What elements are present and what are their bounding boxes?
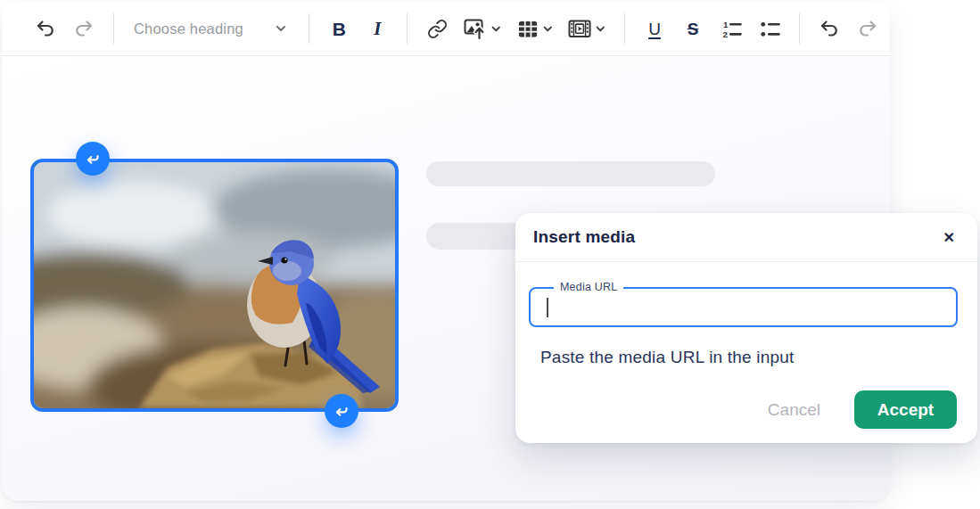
dialog-header: Insert media ✕ [515, 213, 977, 262]
chevron-down-icon [542, 23, 554, 35]
underline-icon: U [648, 21, 661, 37]
dialog-title: Insert media [533, 227, 635, 247]
bulleted-list-button[interactable] [756, 12, 783, 45]
insert-paragraph-before-handle[interactable] [76, 142, 110, 176]
toolbar-divider [309, 13, 309, 44]
numbered-list-icon: 12 [721, 18, 743, 40]
media-url-field: Media URL [529, 287, 958, 327]
toolbar-divider [407, 13, 408, 44]
toolbar-divider [799, 13, 800, 44]
cancel-button[interactable]: Cancel [768, 400, 820, 420]
bold-button[interactable]: B [325, 12, 352, 45]
return-arrow-icon [83, 149, 103, 168]
undo-button[interactable] [32, 12, 59, 45]
chevron-down-icon [275, 22, 287, 35]
svg-text:1: 1 [722, 19, 728, 29]
accept-button[interactable]: Accept [854, 390, 957, 429]
redo-button[interactable] [70, 12, 97, 45]
toolbar-divider [624, 13, 625, 44]
insert-table-icon [517, 18, 539, 40]
undo-icon [35, 18, 56, 39]
insert-media-dialog: Insert media ✕ Media URL Paste the media… [515, 213, 977, 443]
insert-image-icon [464, 17, 487, 41]
strikethrough-button[interactable]: S [679, 12, 706, 45]
placeholder-text-bar [426, 161, 715, 186]
bluebird-photo [34, 162, 395, 408]
chevron-down-icon [490, 23, 502, 35]
chevron-down-icon [595, 23, 606, 35]
insert-paragraph-after-handle[interactable] [325, 394, 358, 428]
media-url-input[interactable] [531, 289, 956, 325]
undo-icon [819, 18, 840, 39]
editor-toolbar: Choose heading B I [2, 2, 890, 56]
redo-icon [857, 18, 878, 39]
heading-dropdown-value: Choose heading [134, 21, 243, 37]
link-icon [427, 19, 448, 39]
numbered-list-button[interactable]: 12 [718, 12, 745, 45]
close-button[interactable]: ✕ [940, 226, 959, 250]
close-icon: ✕ [943, 230, 955, 245]
insert-media-button[interactable] [566, 12, 608, 45]
dialog-actions: Cancel Accept [768, 390, 957, 429]
link-button[interactable] [424, 12, 450, 45]
dialog-helper-text: Paste the media URL in the input [540, 348, 795, 367]
heading-dropdown[interactable]: Choose heading [130, 12, 292, 45]
italic-icon: I [374, 20, 381, 38]
redo-button-secondary[interactable] [854, 12, 881, 45]
bold-icon: B [333, 20, 346, 38]
toolbar-divider [113, 13, 114, 44]
undo-button-secondary[interactable] [816, 12, 843, 45]
underline-button[interactable]: U [641, 12, 668, 45]
insert-media-icon [568, 18, 591, 40]
svg-text:2: 2 [722, 29, 728, 38]
bulleted-list-icon [759, 18, 781, 40]
screen: Choose heading B I [0, 0, 980, 509]
return-arrow-icon [332, 401, 351, 421]
insert-image-button[interactable] [462, 12, 504, 45]
insert-table-button[interactable] [515, 12, 556, 45]
strikethrough-icon: S [688, 21, 699, 37]
selected-image[interactable] [30, 159, 399, 412]
text-cursor [547, 298, 548, 317]
redo-icon [73, 18, 95, 39]
italic-button[interactable]: I [364, 12, 391, 45]
